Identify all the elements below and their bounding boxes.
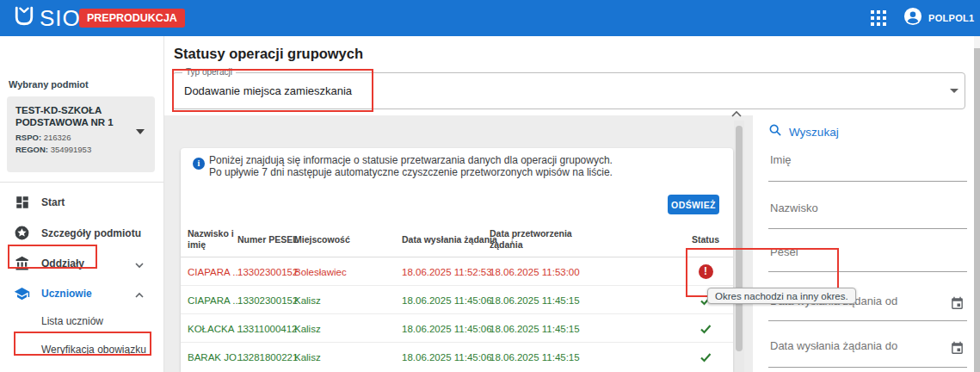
dashboard-icon — [14, 194, 30, 210]
star-circle-icon — [14, 225, 30, 241]
operation-type-label: Typ operacji — [182, 67, 236, 77]
operation-type-value: Dodawanie miejsca zamieszkania — [184, 84, 352, 97]
app-name: SIO — [40, 5, 81, 31]
status-success-icon[interactable] — [685, 343, 726, 371]
chevron-down-icon — [134, 258, 145, 274]
info-message-line2: Po upływie 7 dni następuje automatyczne … — [209, 166, 613, 178]
user-menu[interactable]: POLPOL1 — [903, 8, 980, 28]
field-underline — [768, 320, 967, 321]
sidebar-item-lista-uczniow[interactable]: Lista uczniów — [41, 315, 103, 327]
field-underline — [768, 271, 967, 272]
info-icon: i — [193, 158, 205, 170]
status-error-icon[interactable]: ! — [699, 264, 713, 279]
bank-icon — [14, 255, 30, 271]
username: POLPOL1 — [928, 13, 974, 23]
scroll-up-button[interactable] — [730, 107, 743, 117]
page-title: Statusy operacji grupowych — [174, 46, 363, 62]
selected-entity-label: Wybrany podmiot — [9, 79, 89, 90]
entity-caret-icon — [136, 129, 145, 134]
search-title: Wyszukaj — [789, 126, 839, 139]
sidebar-divider — [0, 182, 163, 183]
table-row: BARAK JO... 13281800221 Kalisz 18.06.202… — [181, 343, 733, 371]
field-underline — [768, 367, 967, 368]
search-icon — [768, 123, 782, 140]
column-header-processed-date: Data przetworzenia żądania — [490, 222, 577, 257]
status-tooltip: Okres nachodzi na inny okres. — [707, 288, 856, 304]
pesel-field[interactable] — [770, 245, 942, 258]
environment-badge: PREPRODUKCJA — [79, 9, 185, 28]
user-avatar-icon — [903, 7, 922, 29]
info-message-line1: Poniżej znajdują się informacje o status… — [209, 154, 613, 166]
search-header[interactable]: Wyszukaj — [768, 123, 839, 140]
sidebar-item-szczegoly-podmiotu[interactable]: Szczegóły podmiotu — [0, 219, 163, 247]
calendar-icon[interactable] — [950, 296, 965, 312]
field-underline — [768, 181, 967, 182]
sidebar: Wybrany podmiot TEST-KD-SZKOŁA PODSTAWOW… — [0, 36, 164, 372]
status-success-icon[interactable] — [685, 314, 726, 343]
column-header-city: Miejscowość — [294, 222, 389, 257]
entity-selector[interactable]: TEST-KD-SZKOŁA PODSTAWOWA NR 1 RSPO: 216… — [7, 96, 155, 172]
entity-regon: REGON: 354991953 — [15, 145, 146, 155]
table-row: KOŁACKA ... 13311000412 Kalisz 18.06.202… — [181, 314, 733, 343]
column-header-status: Status — [685, 222, 726, 257]
graduation-cap-icon — [14, 285, 30, 301]
table-row: CIAPARA ... 13302300152 Bolesławiec 18.0… — [181, 257, 733, 286]
table-row: CIAPARA ... 13302300152 Kalisz 18.06.202… — [181, 286, 733, 314]
select-caret-icon — [950, 89, 958, 93]
top-bar: SIO PREPRODUKCJA POLPOL1 — [0, 0, 980, 36]
content-scrollbar-thumb[interactable] — [736, 126, 743, 351]
column-header-name: Nazwisko i imię — [188, 222, 237, 257]
field-underline — [768, 228, 967, 229]
column-header-pesel: Numer PESEL — [237, 222, 302, 257]
sent-date-to-field[interactable] — [770, 339, 942, 352]
sio-book-icon — [12, 4, 36, 32]
app-logo[interactable]: SIO — [12, 5, 81, 31]
chevron-up-icon — [134, 288, 145, 304]
status-table-card: i Poniżej znajdują się informacje o stat… — [181, 148, 733, 372]
sidebar-item-start[interactable]: Start — [0, 188, 163, 216]
last-name-field[interactable] — [770, 202, 942, 214]
entity-name-line1: TEST-KD-SZKOŁA — [15, 104, 146, 116]
page-scrollbar-thumb[interactable] — [974, 48, 980, 372]
sidebar-item-uczniowie[interactable]: Uczniowie — [0, 279, 163, 307]
apps-grid-icon[interactable] — [871, 10, 886, 26]
sidebar-item-oddzialy[interactable]: Oddziały — [0, 249, 163, 277]
entity-name-line2: PODSTAWOWA NR 1 — [15, 116, 146, 128]
refresh-button[interactable]: ODŚWIEŻ — [668, 195, 719, 214]
sidebar-item-weryfikacja-obowiazku[interactable]: Weryfikacja obowiązku — [41, 344, 146, 356]
entity-rspo: RSPO: 216326 — [15, 133, 146, 143]
first-name-field[interactable] — [770, 153, 942, 166]
calendar-icon[interactable] — [950, 341, 965, 356]
